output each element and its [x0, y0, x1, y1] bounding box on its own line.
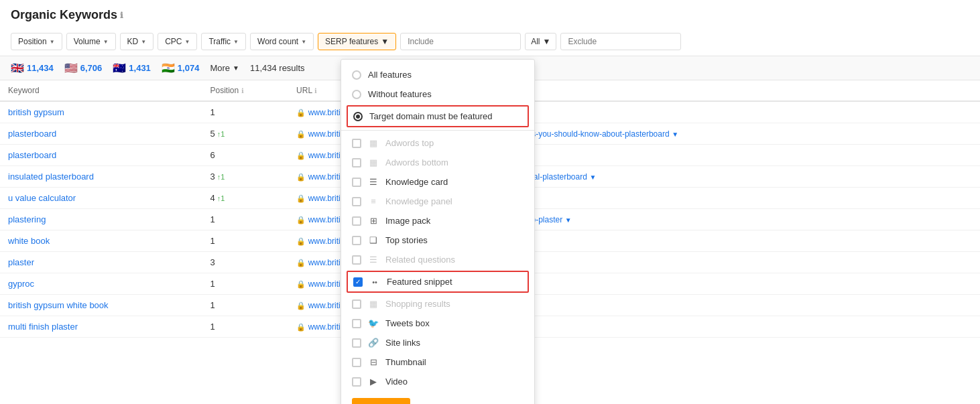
info-icon[interactable]: ℹ	[120, 11, 123, 20]
dropdown-item-top-stories[interactable]: ❑ Top stories	[341, 230, 534, 250]
radio-all-features	[352, 70, 361, 80]
keyword-link[interactable]: multi finish plaster	[8, 322, 78, 332]
word-count-arrow-icon: ▼	[301, 39, 306, 45]
dropdown-item-adwords-top[interactable]: ▦ Adwords top	[341, 133, 534, 153]
stat-in: 🇮🇳 1,074	[162, 62, 200, 74]
position-filter[interactable]: Position ▼	[11, 33, 62, 50]
lock-icon: 🔒	[296, 323, 306, 331]
featured-snippet-icon: ••	[369, 278, 380, 286]
keyword-link[interactable]: plastering	[8, 214, 46, 224]
keyword-link[interactable]: british gypsum white book	[8, 300, 109, 310]
tweets-box-icon: 🐦	[368, 318, 379, 328]
dropdown-item-shopping-results[interactable]: ▦ Shopping results	[341, 294, 534, 314]
position-value: 3	[210, 257, 215, 267]
checkbox-featured-snippet	[353, 277, 363, 287]
knowledge-panel-label: Knowledge panel	[385, 196, 452, 206]
adwords-bottom-icon: ▦	[368, 157, 379, 167]
lock-icon: 🔒	[296, 109, 306, 117]
results-count: 11,434 results	[250, 63, 305, 73]
url-arrow-icon[interactable]: ▼	[672, 131, 678, 138]
trend-icon: ↑1	[215, 173, 225, 181]
lock-icon: 🔒	[296, 280, 306, 288]
include-input[interactable]	[400, 33, 521, 50]
url-arrow-icon[interactable]: ▼	[590, 174, 597, 181]
lock-icon: 🔒	[296, 216, 306, 224]
us-count[interactable]: 6,706	[80, 63, 103, 73]
checkbox-shopping-results	[352, 299, 361, 309]
keyword-link[interactable]: british gypsum	[8, 107, 64, 117]
keyword-link[interactable]: plasterboard	[8, 150, 56, 160]
toolbar: Position ▼ Volume ▼ KD ▼ CPC ▼ Traffic ▼…	[0, 27, 980, 56]
lock-icon: 🔒	[296, 194, 306, 202]
in-count[interactable]: 1,074	[178, 63, 200, 73]
keyword-link[interactable]: plasterboard	[8, 129, 56, 139]
lock-icon: 🔒	[296, 301, 306, 310]
position-cell: 1	[202, 295, 288, 316]
dropdown-item-site-links[interactable]: 🔗 Site links	[341, 333, 534, 338]
dropdown-item-adwords-bottom[interactable]: ▦ Adwords bottom	[341, 153, 534, 172]
position-cell: 4 ↑1	[202, 188, 288, 209]
dropdown-item-related-questions[interactable]: ☰ Related questions	[341, 250, 534, 269]
traffic-filter[interactable]: Traffic ▼	[201, 33, 246, 50]
all-button[interactable]: All ▼	[525, 33, 556, 50]
dropdown-item-all-features[interactable]: All features	[341, 65, 534, 84]
cpc-filter[interactable]: CPC ▼	[158, 33, 197, 50]
checkbox-adwords-bottom	[352, 158, 361, 167]
checkbox-adwords-top	[352, 139, 361, 148]
position-sort-icon[interactable]: ℹ	[241, 87, 244, 94]
url-arrow-icon[interactable]: ▼	[565, 216, 572, 224]
dropdown-item-knowledge-panel[interactable]: ≡ Knowledge panel	[341, 192, 534, 211]
keyword-link[interactable]: insulated plasterboard	[8, 172, 94, 182]
position-cell: 1	[202, 209, 288, 230]
col-position: Position ℹ	[202, 80, 288, 101]
lock-icon: 🔒	[296, 130, 306, 138]
checkbox-image-pack	[352, 216, 361, 226]
position-value: 3	[210, 172, 215, 182]
position-cell: 1	[202, 273, 288, 295]
keyword-cell: british gypsum	[0, 101, 202, 123]
volume-filter[interactable]: Volume ▼	[66, 33, 116, 50]
keyword-link[interactable]: plaster	[8, 257, 34, 267]
keyword-link[interactable]: white book	[8, 236, 50, 246]
exclude-input[interactable]	[560, 33, 681, 50]
dropdown-item-target-domain[interactable]: Target domain must be featured	[348, 107, 528, 126]
dropdown-item-without-features[interactable]: Without features	[341, 84, 534, 104]
related-questions-label: Related questions	[385, 255, 455, 265]
keyword-link[interactable]: gyproc	[8, 279, 34, 289]
adwords-bottom-label: Adwords bottom	[385, 157, 448, 167]
lock-icon: 🔒	[296, 173, 306, 181]
keyword-link[interactable]: u value calculator	[8, 193, 76, 203]
radio-target-domain	[353, 112, 363, 121]
position-value: 1	[210, 107, 215, 117]
dropdown-item-image-pack[interactable]: ⊞ Image pack	[341, 211, 534, 230]
tweets-box-label: Tweets box	[385, 318, 430, 328]
volume-arrow-icon: ▼	[103, 39, 109, 45]
dropdown-item-tweets-box[interactable]: 🐦 Tweets box	[341, 314, 534, 333]
au-flag-icon: 🇦🇺	[113, 62, 126, 74]
word-count-filter[interactable]: Word count ▼	[250, 33, 314, 50]
dropdown-item-featured-snippet[interactable]: •• Featured snippet	[348, 272, 528, 291]
position-value: 1	[210, 322, 215, 332]
position-cell: 3 ↑1	[202, 166, 288, 188]
knowledge-card-icon: ☰	[368, 177, 379, 187]
knowledge-panel-icon: ≡	[368, 196, 379, 206]
position-cell: 1	[202, 316, 288, 338]
more-button[interactable]: More ▼	[210, 63, 239, 73]
dropdown-item-knowledge-card[interactable]: ☰ Knowledge card	[341, 172, 534, 192]
without-features-label: Without features	[368, 89, 432, 99]
serp-features-button[interactable]: SERP features ▼	[318, 33, 396, 50]
all-features-label: All features	[368, 70, 412, 80]
uk-flag-icon: 🇬🇧	[11, 62, 24, 74]
in-flag-icon: 🇮🇳	[162, 62, 175, 74]
kd-filter[interactable]: KD ▼	[120, 33, 154, 50]
au-count[interactable]: 1,431	[129, 63, 151, 73]
keyword-cell: gyproc	[0, 273, 202, 295]
url-sort-icon[interactable]: ℹ	[314, 87, 317, 94]
trend-icon: ↑1	[215, 194, 225, 202]
keyword-cell: u value calculator	[0, 188, 202, 209]
us-flag-icon: 🇺🇸	[64, 62, 78, 74]
serp-features-label: SERP features	[325, 37, 378, 46]
keyword-cell: insulated plasterboard	[0, 166, 202, 188]
position-value: 1	[210, 236, 215, 246]
uk-count[interactable]: 11,434	[27, 63, 54, 73]
